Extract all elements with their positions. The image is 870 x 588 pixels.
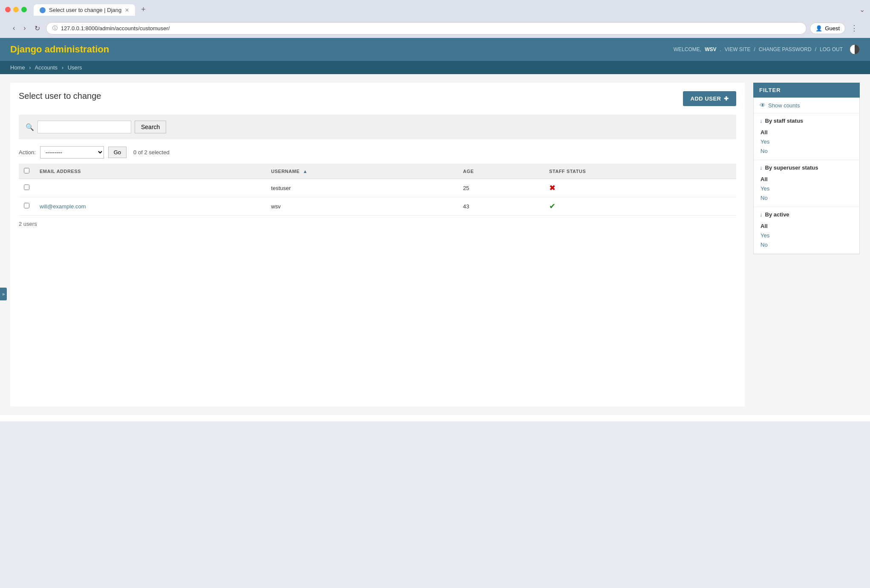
theme-toggle-button[interactable] bbox=[850, 44, 860, 55]
row2-checkbox[interactable] bbox=[24, 203, 29, 208]
action-select[interactable]: --------- bbox=[40, 146, 104, 159]
admin-user-nav: WELCOME, WSV . VIEW SITE / CHANGE PASSWO… bbox=[674, 44, 860, 55]
breadcrumb-accounts[interactable]: Accounts bbox=[35, 64, 58, 71]
show-counts-section: 👁 Show counts bbox=[754, 98, 859, 113]
address-bar[interactable]: ⓘ 127.0.0.1:8000/admin/accounts/customus… bbox=[46, 22, 807, 35]
filter-superuser-status-options: All Yes No bbox=[760, 174, 853, 202]
show-counts-link[interactable]: Show counts bbox=[768, 102, 800, 109]
add-user-label: ADD USER bbox=[691, 95, 721, 102]
col-staff-status: STAFF STATUS bbox=[544, 164, 736, 179]
current-username: WSV bbox=[705, 46, 716, 52]
row1-username-cell: testuser bbox=[266, 179, 458, 197]
browser-chrome: Select user to change | Djang ✕ + ⌄ ‹ › … bbox=[0, 0, 870, 38]
search-icon: 🔍 bbox=[26, 123, 34, 131]
table-header-row: EMAIL ADDRESS USERNAME ▲ AGE STAFF STATU… bbox=[19, 164, 736, 179]
filter-active-yes: Yes bbox=[761, 231, 853, 240]
search-input[interactable] bbox=[37, 121, 131, 133]
users-table: EMAIL ADDRESS USERNAME ▲ AGE STAFF STATU… bbox=[19, 164, 736, 216]
filter-active-no-link[interactable]: No bbox=[761, 242, 768, 248]
browser-nav-bar: ‹ › ↻ ⓘ 127.0.0.1:8000/admin/accounts/cu… bbox=[5, 19, 865, 38]
breadcrumb-bar: Home › Accounts › Users bbox=[0, 61, 870, 74]
page-header: Select user to change ADD USER ✚ bbox=[19, 91, 736, 106]
selected-count: 0 of 2 selected bbox=[133, 149, 170, 156]
breadcrumb-home[interactable]: Home bbox=[10, 64, 25, 71]
search-button[interactable]: Search bbox=[135, 121, 166, 133]
close-window-button[interactable] bbox=[5, 7, 11, 12]
filter-active-status: ↓ By active All Yes No bbox=[754, 207, 859, 254]
sidebar-toggle-button[interactable]: » bbox=[0, 288, 7, 300]
django-admin: Django administration WELCOME, WSV . VIE… bbox=[0, 38, 870, 421]
filter-staff-status-options: All Yes No bbox=[760, 127, 853, 156]
active-tab[interactable]: Select user to change | Djang ✕ bbox=[34, 4, 135, 16]
add-icon: ✚ bbox=[724, 95, 729, 102]
row2-email-cell: will@example.com bbox=[35, 197, 266, 216]
table-body: testuser 25 ✖ bbox=[19, 179, 736, 216]
action-label: Action: bbox=[19, 149, 36, 156]
guest-avatar-icon: 👤 bbox=[815, 25, 822, 32]
welcome-text: WELCOME, bbox=[674, 46, 701, 52]
row1-age: 25 bbox=[463, 185, 469, 191]
table-row: will@example.com wsv 43 ✔ bbox=[19, 197, 736, 216]
filter-staff-no-link[interactable]: No bbox=[761, 148, 768, 154]
filter-staff-status-label: By staff status bbox=[765, 118, 804, 124]
col-username[interactable]: USERNAME ▲ bbox=[266, 164, 458, 179]
filter-superuser-yes: Yes bbox=[761, 184, 853, 193]
url-text: 127.0.0.1:8000/admin/accounts/customuser… bbox=[61, 25, 170, 32]
row1-email-cell bbox=[35, 179, 266, 197]
page-title: Select user to change bbox=[19, 91, 101, 101]
row2-age: 43 bbox=[463, 203, 469, 210]
sidebar-filter: FILTER 👁 Show counts ↓ By staff status A… bbox=[753, 83, 860, 406]
tab-close-button[interactable]: ✕ bbox=[125, 7, 129, 13]
row1-checkbox[interactable] bbox=[24, 184, 29, 190]
filter-body: 👁 Show counts ↓ By staff status All Yes … bbox=[753, 98, 860, 254]
browser-menu-button[interactable]: ⋮ bbox=[849, 22, 860, 35]
reload-button[interactable]: ↻ bbox=[32, 23, 43, 34]
go-button[interactable]: Go bbox=[108, 147, 127, 158]
action-bar: Action: --------- Go 0 of 2 selected bbox=[19, 146, 736, 159]
row2-email-link[interactable]: will@example.com bbox=[40, 203, 86, 210]
filter-staff-status-title: ↓ By staff status bbox=[760, 118, 853, 124]
admin-header: Django administration WELCOME, WSV . VIE… bbox=[0, 38, 870, 61]
maximize-window-button[interactable] bbox=[21, 7, 27, 12]
col-username-label: USERNAME bbox=[271, 169, 300, 174]
filter-staff-yes-link[interactable]: Yes bbox=[761, 138, 769, 145]
back-button[interactable]: ‹ bbox=[10, 23, 17, 34]
filter-superuser-yes-link[interactable]: Yes bbox=[761, 185, 769, 192]
minimize-window-button[interactable] bbox=[13, 7, 19, 12]
admin-title-link[interactable]: Django administration bbox=[10, 44, 109, 55]
col-email: EMAIL ADDRESS bbox=[35, 164, 266, 179]
row1-age-cell: 25 bbox=[458, 179, 544, 197]
filter-active-all-link[interactable]: All bbox=[761, 223, 768, 229]
view-site-link[interactable]: VIEW SITE bbox=[725, 46, 751, 52]
change-password-link[interactable]: CHANGE PASSWORD bbox=[759, 46, 812, 52]
col-age-label: AGE bbox=[463, 169, 474, 174]
tab-favicon-icon bbox=[40, 7, 46, 13]
select-all-checkbox[interactable] bbox=[24, 168, 29, 173]
col-staff-status-label: STAFF STATUS bbox=[549, 169, 586, 174]
filter-active-arrow-icon: ↓ bbox=[760, 211, 763, 218]
new-tab-button[interactable]: + bbox=[137, 3, 150, 16]
filter-staff-status-yes: Yes bbox=[761, 137, 853, 146]
filter-staff-all-link[interactable]: All bbox=[761, 129, 768, 135]
users-count: 2 users bbox=[19, 221, 736, 227]
guest-button[interactable]: 👤 Guest bbox=[810, 23, 845, 34]
filter-superuser-status-title: ↓ By superuser status bbox=[760, 164, 853, 171]
chevron-down-icon[interactable]: ⌄ bbox=[859, 6, 865, 13]
lock-icon: ⓘ bbox=[52, 25, 58, 32]
filter-staff-status-all: All bbox=[761, 127, 853, 137]
filter-active-status-options: All Yes No bbox=[760, 221, 853, 249]
filter-superuser-no-link[interactable]: No bbox=[761, 195, 768, 201]
guest-label: Guest bbox=[825, 25, 840, 32]
filter-superuser-all-link[interactable]: All bbox=[761, 176, 768, 182]
filter-active-yes-link[interactable]: Yes bbox=[761, 232, 769, 239]
filter-superuser-arrow-icon: ↓ bbox=[760, 164, 763, 171]
filter-active-no: No bbox=[761, 240, 853, 249]
main-content: Select user to change ADD USER ✚ 🔍 Searc… bbox=[10, 83, 745, 406]
forward-button[interactable]: › bbox=[21, 23, 28, 34]
row2-staff-status-icon: ✔ bbox=[549, 202, 556, 210]
col-email-label: EMAIL ADDRESS bbox=[40, 169, 81, 174]
log-out-link[interactable]: LOG OUT bbox=[820, 46, 843, 52]
filter-staff-status: ↓ By staff status All Yes No bbox=[754, 113, 859, 160]
sort-arrow-icon: ▲ bbox=[303, 169, 308, 174]
add-user-button[interactable]: ADD USER ✚ bbox=[683, 91, 736, 106]
